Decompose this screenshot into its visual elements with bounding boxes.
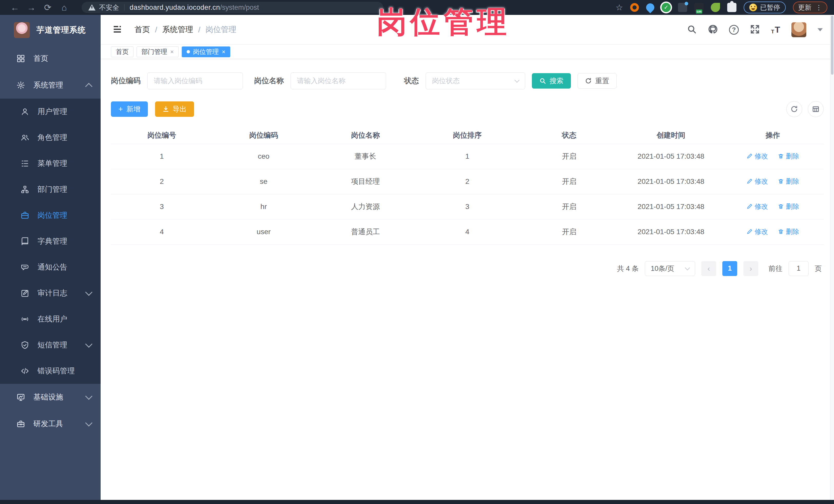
sidebar-item-label: 短信管理	[38, 340, 67, 350]
scrollbar-thumb[interactable]	[831, 16, 833, 75]
tab-dept[interactable]: 部门管理 ×	[136, 46, 179, 57]
check-extension-icon[interactable]: ✓	[661, 3, 671, 12]
font-size-icon[interactable]: TT	[771, 25, 780, 35]
post-name-input[interactable]	[290, 72, 386, 89]
tab-label: 部门管理	[141, 47, 167, 56]
help-icon[interactable]: ?	[729, 25, 739, 35]
prev-page-button[interactable]: ‹	[701, 261, 716, 276]
menu-dots-icon[interactable]: ⋮	[815, 4, 822, 12]
emoji-face-icon	[749, 4, 757, 11]
tab-home[interactable]: 首页	[111, 46, 133, 57]
sidebar-item-sms[interactable]: 短信管理	[0, 332, 101, 358]
status-select[interactable]: 岗位状态	[425, 72, 525, 89]
url-host: dashboard.yudao.iocoder.cn	[130, 4, 220, 12]
close-icon[interactable]: ×	[170, 48, 174, 56]
delete-link[interactable]: 删除	[778, 152, 799, 161]
sidebar-item-notices[interactable]: 通知公告	[0, 254, 101, 280]
sidebar-item-label: 在线用户	[38, 314, 67, 324]
sidebar-item-home[interactable]: 首页	[0, 45, 101, 72]
hamburger-icon[interactable]	[112, 24, 123, 36]
sidebar-item-menus[interactable]: 菜单管理	[0, 151, 101, 176]
sidebar-item-posts[interactable]: 岗位管理	[0, 202, 101, 228]
edit-link[interactable]: 修改	[746, 152, 768, 161]
avatar[interactable]	[791, 22, 806, 37]
delete-link[interactable]: 删除	[778, 202, 799, 211]
sidebar-item-dicts[interactable]: 字典管理	[0, 228, 101, 254]
edit-link[interactable]: 修改	[746, 177, 768, 186]
chevron-up-icon	[85, 83, 92, 90]
update-button[interactable]: 更新 ⋮	[793, 2, 827, 13]
search-button[interactable]: 搜索	[532, 73, 571, 89]
sidebar-item-label: 研发工具	[34, 419, 63, 429]
col-actions: 操作	[722, 127, 824, 144]
edit-link[interactable]: 修改	[746, 227, 768, 236]
column-settings-button[interactable]	[808, 101, 824, 117]
export-button[interactable]: 导出	[155, 102, 194, 117]
back-icon[interactable]: ←	[7, 0, 23, 15]
current-page[interactable]: 1	[722, 261, 737, 276]
user-icon	[20, 107, 30, 116]
delete-link[interactable]: 删除	[778, 177, 799, 186]
sidebar-item-roles[interactable]: 角色管理	[0, 125, 101, 151]
fullscreen-icon[interactable]	[750, 24, 760, 35]
sidebar-item-dev-tools[interactable]: 研发工具	[0, 411, 101, 437]
breadcrumb-system[interactable]: 系统管理	[162, 24, 193, 35]
home-icon[interactable]: ⌂	[56, 0, 72, 15]
sidebar-item-audit-log[interactable]: 审计日志	[0, 280, 101, 306]
extension-icon[interactable]	[630, 3, 639, 12]
sidebar-item-label: 系统管理	[34, 80, 63, 90]
cell-sort: 4	[416, 219, 518, 244]
sidebar-item-label: 部门管理	[38, 184, 67, 195]
sidebar-item-infrastructure[interactable]: 基础设施	[0, 384, 101, 411]
cell-status: 开启	[518, 144, 620, 169]
close-icon[interactable]: ×	[222, 48, 225, 56]
breadcrumb-home[interactable]: 首页	[134, 24, 150, 35]
search-icon[interactable]	[687, 24, 697, 35]
address-bar[interactable]: 不安全 dashboard.yudao.iocoder.cn /system/p…	[82, 2, 383, 13]
edit-link[interactable]: 修改	[746, 202, 768, 211]
org-tree-icon	[20, 184, 30, 194]
sidebar-item-label: 角色管理	[38, 132, 67, 143]
sidebar: 芋道管理系统 首页 系统管理 用户管	[0, 15, 101, 500]
sidebar-item-system[interactable]: 系统管理	[0, 72, 101, 98]
app-logo[interactable]: 芋道管理系统	[0, 15, 101, 45]
refresh-button[interactable]	[786, 101, 802, 117]
leaf-extension-icon[interactable]	[711, 3, 720, 12]
toolbox-icon	[16, 419, 26, 429]
search-form: 岗位编码 岗位名称 状态 岗位状态 搜索 重置	[111, 72, 824, 89]
sidebar-item-label: 错误码管理	[38, 366, 75, 376]
sidebar-item-depts[interactable]: 部门管理	[0, 176, 101, 202]
cell-name: 普通员工	[314, 219, 416, 244]
sidebar-item-online-users[interactable]: 在线用户	[0, 306, 101, 332]
bookmark-star-icon[interactable]: ☆	[616, 3, 623, 12]
forward-icon[interactable]: →	[23, 0, 40, 15]
page-size-select[interactable]: 10条/页	[645, 261, 695, 276]
sidebar-item-error-codes[interactable]: 错误码管理	[0, 358, 101, 384]
cell-sort: 3	[416, 194, 518, 219]
tab-post[interactable]: 岗位管理 ×	[182, 46, 230, 57]
extensions-puzzle-icon[interactable]	[727, 3, 737, 12]
post-code-input[interactable]	[147, 72, 243, 89]
next-page-button[interactable]: ›	[743, 261, 758, 276]
cm-extension-icon[interactable]: cm	[694, 3, 704, 12]
cell-name: 董事长	[314, 144, 416, 169]
reload-icon[interactable]: ⟳	[40, 0, 56, 15]
location-pin-extension-icon[interactable]	[644, 2, 656, 13]
goto-page-input[interactable]	[789, 261, 809, 276]
github-icon[interactable]	[708, 24, 718, 35]
reset-button[interactable]: 重置	[577, 73, 617, 89]
post-name-label: 岗位名称	[254, 76, 284, 86]
delete-link[interactable]: 删除	[778, 227, 799, 236]
add-button[interactable]: + 新增	[111, 102, 148, 117]
cell-id: 1	[111, 144, 213, 169]
caret-down-icon[interactable]	[817, 28, 823, 31]
panel-extension-icon[interactable]	[678, 3, 687, 12]
sidebar-item-users[interactable]: 用户管理	[0, 98, 101, 125]
table-header-row: 岗位编号 岗位编码 岗位名称 岗位排序 状态 创建时间 操作	[111, 127, 824, 144]
paused-badge[interactable]: 已暂停	[744, 2, 786, 13]
cell-code: se	[213, 169, 315, 194]
total-count: 共 4 条	[617, 264, 639, 273]
cell-status: 开启	[518, 219, 620, 244]
breadcrumb-separator: /	[198, 25, 200, 34]
window-scrollbar[interactable]	[830, 15, 834, 500]
